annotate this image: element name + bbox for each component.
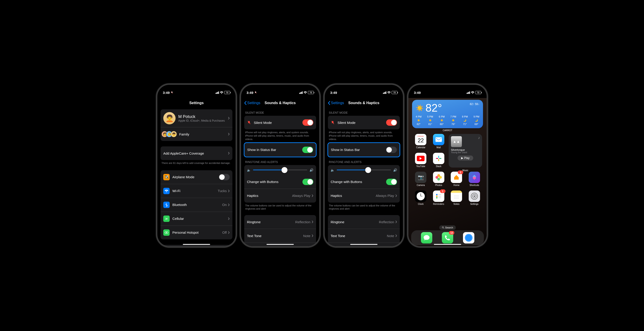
text-tone-row[interactable]: Text ToneNote <box>328 229 400 242</box>
home-indicator[interactable] <box>350 244 378 245</box>
settings-icon <box>469 190 480 202</box>
music-note-icon: ♪ <box>478 136 480 140</box>
status-time: 3:49 <box>246 91 253 94</box>
change-with-buttons-row[interactable]: Change with Buttons <box>328 175 400 189</box>
hotspot-row[interactable]: Personal Hotspot Off <box>160 226 232 240</box>
app-mail[interactable]: Mail <box>431 134 446 149</box>
svg-point-17 <box>436 196 438 197</box>
applecare-row[interactable]: Add AppleCare+ Coverage <box>160 146 232 160</box>
weather-hourly: 4 PM☀️82° 5 PM☀️81° 6 PM☀️80° 7 PM☀️76° … <box>416 115 479 126</box>
svg-rect-5 <box>438 159 439 161</box>
chevron-left-icon <box>328 101 330 105</box>
home-badge: 2 <box>458 170 463 174</box>
airplane-icon: ✈️ <box>163 174 170 180</box>
dock-messages[interactable] <box>421 232 432 244</box>
silent-mode-header: SILENT MODE <box>329 111 399 114</box>
svg-point-16 <box>436 194 438 195</box>
phone-icon <box>444 235 450 241</box>
show-status-bar-row[interactable]: Show in Status Bar <box>244 143 316 157</box>
chevron-left-icon <box>244 101 247 105</box>
dock-safari[interactable] <box>463 232 474 244</box>
wifi-icon <box>220 92 223 94</box>
volume-footer: The volume buttons can be used to adjust… <box>329 204 399 211</box>
dynamic-island <box>351 88 376 94</box>
text-tone-row[interactable]: Text ToneNote <box>244 229 316 242</box>
volume-slider-row[interactable]: 🔈 🔊 <box>244 165 316 175</box>
chevron-right-icon <box>396 194 397 197</box>
silent-bell-icon <box>331 120 335 124</box>
app-camera[interactable]: 📷 Camera <box>413 172 429 186</box>
silent-mode-toggle[interactable] <box>302 119 313 126</box>
haptics-row[interactable]: Haptics Always Play <box>328 189 400 202</box>
page-title: Sounds & Haptics <box>348 101 380 105</box>
home-indicator[interactable] <box>434 244 461 245</box>
dock-phone[interactable]: 13 <box>442 232 453 244</box>
cellular-row[interactable]: Cellular <box>160 212 232 226</box>
status-time: 3:49 <box>414 91 421 94</box>
volume-slider-row[interactable]: 🔈 🔊 <box>328 165 400 175</box>
app-slack[interactable]: Slack <box>431 153 446 168</box>
show-status-bar-highlight: Show in Status Bar <box>244 142 316 157</box>
app-reminders[interactable]: 1 Reminders <box>431 190 446 205</box>
silent-mode-toggle[interactable] <box>386 119 397 126</box>
chevron-right-icon <box>228 117 230 120</box>
battery-icon: 72 <box>308 91 314 94</box>
phone-settings-root: 3:49 72 Settings 🧑‍🦱 M Potuck Apple ID, … <box>157 85 236 246</box>
svg-rect-3 <box>438 156 439 158</box>
airplane-mode-row[interactable]: ✈️ Airplane Mode <box>160 170 232 184</box>
volume-slider[interactable] <box>253 170 307 170</box>
phone-sounds-haptics-on: 3:49 72 Settings Sounds & Haptics SILENT… <box>241 85 319 246</box>
change-with-buttons-toggle[interactable] <box>386 179 397 185</box>
app-home[interactable]: 2 Home <box>449 172 464 186</box>
family-row[interactable]: 🧑 👶 👦 Family <box>160 127 232 141</box>
volume-footer: The volume buttons can be used to adjust… <box>245 204 315 211</box>
silent-bell-icon <box>170 91 173 94</box>
show-status-bar-row[interactable]: Show in Status Bar <box>328 143 400 157</box>
app-calendar[interactable]: FRIDAY22 Calendar <box>413 134 429 149</box>
back-button[interactable]: Settings <box>244 101 260 105</box>
volume-high-icon: 🔊 <box>393 168 397 172</box>
search-pill[interactable]: Search <box>439 225 456 230</box>
signal-icon <box>299 92 303 94</box>
volume-slider[interactable] <box>337 170 391 170</box>
app-shortcuts[interactable]: Shortcuts <box>467 172 482 186</box>
notifications-row[interactable]: Notifications <box>160 245 232 246</box>
app-settings[interactable]: Settings <box>467 190 482 205</box>
page-title: Settings <box>189 101 204 105</box>
app-notes[interactable]: Notes <box>449 190 464 205</box>
slack-icon <box>436 155 442 162</box>
change-with-buttons-row[interactable]: Change with Buttons <box>244 175 316 189</box>
svg-point-10 <box>436 176 438 179</box>
airplane-toggle[interactable] <box>219 174 230 180</box>
app-youtube[interactable]: YouTube <box>413 153 429 168</box>
profile-avatar: 🧑‍🦱 <box>163 112 176 124</box>
show-status-bar-toggle[interactable] <box>302 147 313 153</box>
app-photos[interactable]: Photos <box>431 172 446 186</box>
home-indicator[interactable] <box>183 244 210 245</box>
show-status-bar-toggle[interactable] <box>386 147 397 153</box>
music-widget[interactable]: ♪ ▲▲ Silvertongue Young the Giant ▶ Play… <box>449 134 482 168</box>
silent-mode-row[interactable]: Silent Mode <box>244 116 316 129</box>
chevron-right-icon <box>312 234 313 237</box>
bluetooth-row[interactable]: Bluetooth On <box>160 198 232 212</box>
music-widget-label: Music <box>449 169 482 172</box>
dynamic-island <box>184 88 209 94</box>
back-button[interactable]: Settings <box>328 101 344 105</box>
haptics-row[interactable]: Haptics Always Play <box>244 189 316 202</box>
app-clock[interactable]: Clock <box>413 190 429 205</box>
ringtone-row[interactable]: RingtoneReflection <box>244 215 316 229</box>
change-with-buttons-toggle[interactable] <box>302 179 313 185</box>
chevron-right-icon <box>228 190 230 192</box>
music-play-button[interactable]: ▶ Play <box>458 156 473 160</box>
apple-id-row[interactable]: 🧑‍🦱 M Potuck Apple ID, iCloud+, Media & … <box>160 109 232 127</box>
silent-mode-row[interactable]: Silent Mode <box>328 116 400 129</box>
ringtone-row[interactable]: RingtoneReflection <box>328 215 400 229</box>
wifi-row[interactable]: Wi-Fi Tucks <box>160 184 232 198</box>
home-indicator[interactable] <box>266 244 294 245</box>
messages-icon <box>423 234 430 241</box>
weather-widget[interactable]: ☀️ 82° 82↑ 59↓ 4 PM☀️82° 5 PM☀️81° 6 PM☀… <box>412 100 483 128</box>
music-artist: Young the Giant <box>451 151 480 154</box>
volume-high-icon: 🔊 <box>310 168 313 172</box>
profile-name: M Potuck <box>178 114 228 119</box>
music-album-art: ▲▲ <box>451 136 462 147</box>
